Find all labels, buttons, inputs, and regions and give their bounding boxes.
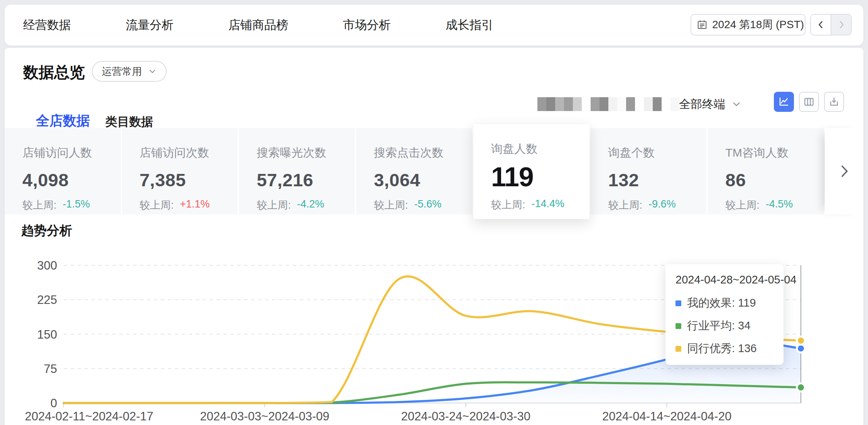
line-chart-icon <box>778 96 790 108</box>
tooltip-rows: 我的效果: 119行业平均: 34同行优秀: 136 <box>675 295 775 356</box>
redacted-block <box>608 97 617 111</box>
metric-card-label: 店铺访问次数 <box>140 145 238 161</box>
nav-item-4[interactable]: 成长指引 <box>446 17 493 33</box>
terminal-dropdown-label: 全部终端 <box>679 96 725 112</box>
metric-card-label: 店铺访问人数 <box>22 145 121 161</box>
table-icon <box>803 96 815 108</box>
legend-swatch <box>675 346 681 352</box>
hover-dot-行业平均 <box>797 383 805 391</box>
metric-card-0[interactable]: 店铺访问人数4,098较上周:-1.5% <box>5 128 121 214</box>
tooltip-row-1: 行业平均: 34 <box>675 318 775 334</box>
tab-category-data[interactable]: 类目数据 <box>105 114 153 130</box>
metric-card-value: 132 <box>608 169 707 191</box>
nav-item-2[interactable]: 店铺商品榜 <box>228 17 288 33</box>
tab-whole-store-data[interactable]: 全店数据 <box>36 112 90 130</box>
metric-card-delta: 较上周:-1.5% <box>22 198 121 212</box>
metric-card-4[interactable]: 询盘人数119较上周:-14.4% <box>473 124 589 219</box>
tooltip-date-range: 2024-04-28~2024-05-04 <box>675 273 775 286</box>
redacted-block <box>670 97 679 111</box>
metric-card-5[interactable]: 询盘个数132较上周:-9.6% <box>591 128 707 214</box>
x-axis-label: 2024-02-11~2024-02-17 <box>25 410 154 423</box>
y-axis-label: 300 <box>37 259 57 272</box>
delta-value: -1.5% <box>63 198 90 212</box>
nav-item-3[interactable]: 市场分析 <box>343 17 391 33</box>
compare-label: 较上周: <box>257 198 291 212</box>
metric-card-value: 119 <box>491 162 589 192</box>
y-axis-label: 0 <box>51 396 57 410</box>
redacted-block <box>582 97 591 111</box>
metric-card-value: 7,385 <box>140 169 238 191</box>
redacted-text <box>537 97 679 111</box>
next-week-button[interactable] <box>831 15 851 35</box>
legend-swatch <box>675 300 681 306</box>
nav-item-1[interactable]: 流量分析 <box>126 17 174 33</box>
week-pager <box>810 14 852 35</box>
redacted-block <box>591 97 599 111</box>
delta-value: -5.6% <box>414 198 442 212</box>
metric-card-label: 询盘个数 <box>608 145 707 161</box>
date-picker-label: 2024 第18周 (PST) <box>712 17 804 32</box>
metric-card-6[interactable]: TM咨询人数86较上周:-4.5% <box>708 128 824 214</box>
chart-tooltip: 2024-04-28~2024-05-04 我的效果: 119行业平均: 34同… <box>665 264 784 365</box>
tooltip-row-2: 同行优秀: 136 <box>675 341 775 356</box>
prev-week-button[interactable] <box>811 15 831 35</box>
redacted-block <box>617 97 626 111</box>
metric-card-delta: 较上周:-4.2% <box>257 198 355 212</box>
redacted-block <box>635 97 644 111</box>
delta-value: -9.6% <box>648 198 676 212</box>
redacted-block <box>537 97 546 111</box>
calendar-icon <box>697 19 708 30</box>
week-date-picker[interactable]: 2024 第18周 (PST) <box>691 14 806 35</box>
download-view-button[interactable] <box>824 92 844 112</box>
chevron-left-icon <box>816 20 826 30</box>
redacted-block <box>555 97 564 111</box>
metric-cards-row: 店铺访问人数4,098较上周:-1.5%店铺访问次数7,385较上周:+1.1%… <box>5 128 824 214</box>
x-axis-label: 2024-03-24~2024-03-30 <box>401 410 530 423</box>
metric-card-delta: 较上周:-9.6% <box>608 198 707 212</box>
metric-card-delta: 较上周:-5.6% <box>374 198 472 212</box>
redacted-block <box>653 97 662 111</box>
metric-card-label: 询盘人数 <box>491 141 589 157</box>
line-chart-view-button[interactable] <box>774 92 794 112</box>
compare-label: 较上周: <box>140 198 174 212</box>
metric-card-value: 86 <box>725 169 824 191</box>
y-axis-label: 225 <box>37 293 57 307</box>
download-icon <box>828 96 840 108</box>
tooltip-row-text: 行业平均: 34 <box>687 318 750 334</box>
top-header-bar: 经营数据流量分析店铺商品榜市场分析成长指引 2024 第18周 (PST) <box>5 5 863 46</box>
redacted-block <box>599 97 608 111</box>
x-axis-label: 2024-03-03~2024-03-09 <box>200 410 329 423</box>
compare-label: 较上周: <box>374 198 408 212</box>
chevron-down-icon <box>148 67 157 76</box>
x-axis-label: 2024-04-14~2024-04-20 <box>602 410 731 423</box>
cards-next-button[interactable] <box>825 128 863 214</box>
redacted-block <box>626 97 635 111</box>
metric-card-3[interactable]: 搜索点击次数3,064较上周:-5.6% <box>356 128 472 214</box>
metric-card-label: 搜索点击次数 <box>374 145 472 161</box>
delta-value: -14.4% <box>531 198 564 212</box>
tooltip-row-text: 同行优秀: 136 <box>687 341 757 356</box>
metric-card-delta: 较上周:-14.4% <box>491 198 589 212</box>
delta-value: -4.2% <box>297 198 324 212</box>
hover-dot-同行优秀 <box>797 337 805 345</box>
tooltip-row-text: 我的效果: 119 <box>687 295 756 311</box>
legend-swatch <box>675 323 681 329</box>
delta-value: -4.5% <box>766 198 793 212</box>
compare-label: 较上周: <box>608 198 643 212</box>
tooltip-row-0: 我的效果: 119 <box>675 295 775 311</box>
nav-item-0[interactable]: 经营数据 <box>23 17 71 33</box>
chevron-right-icon <box>836 164 852 179</box>
table-view-button[interactable] <box>799 92 819 112</box>
redacted-block <box>573 97 582 111</box>
metric-card-value: 4,098 <box>22 169 121 191</box>
metric-card-delta: 较上周:+1.1% <box>140 198 238 212</box>
chevron-down-icon <box>731 99 741 109</box>
metric-card-2[interactable]: 搜索曝光次数57,216较上周:-4.2% <box>239 128 355 214</box>
preset-dropdown[interactable]: 运营常用 <box>92 61 167 82</box>
metric-card-value: 3,064 <box>374 169 472 191</box>
metric-card-1[interactable]: 店铺访问次数7,385较上周:+1.1% <box>122 128 238 214</box>
dashboard-page: 经营数据流量分析店铺商品榜市场分析成长指引 2024 第18周 (PST) <box>0 0 868 425</box>
redacted-block <box>564 97 573 111</box>
y-axis-label: 75 <box>44 362 57 376</box>
terminal-dropdown[interactable]: 全部终端 <box>679 96 741 112</box>
